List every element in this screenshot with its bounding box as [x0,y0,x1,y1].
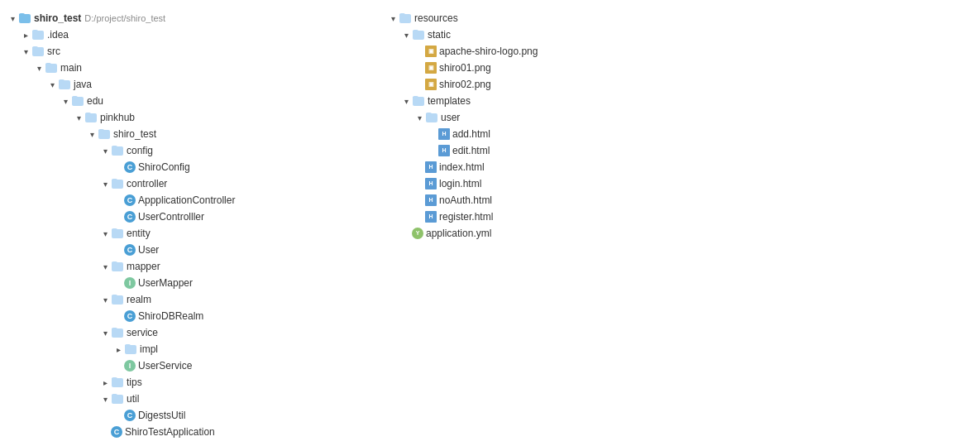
node-label: UserMapper [138,277,193,289]
file-tree-container: shiro_testD:/project/shiro_test.ideasrcm… [0,0,980,446]
html-file-icon: H [425,178,437,189]
expand-arrow[interactable] [60,97,71,106]
expand-arrow[interactable] [33,64,45,73]
class-icon: C [124,194,136,206]
tree-node-entity[interactable]: entity [7,225,374,242]
expand-arrow[interactable] [86,130,98,139]
tree-node-shiro_test_pkg[interactable]: shiro_test [7,126,374,142]
expand-arrow[interactable] [46,80,58,89]
node-label: AppplicationController [138,194,235,206]
node-label: controller [127,178,167,189]
folder-icon [111,394,124,404]
tree-node-add_html[interactable]: Hadd.html [387,126,705,142]
tree-node-index_html[interactable]: Hindex.html [387,159,705,175]
tree-node-ShiroConfig[interactable]: CShiroConfig [7,159,374,175]
node-label: resources [414,12,458,24]
expand-arrow[interactable] [73,113,84,122]
html-file-icon: H [438,128,450,140]
expand-arrow[interactable] [99,229,111,238]
tree-node-UserService[interactable]: IUserService [7,357,374,374]
class-icon: C [124,161,136,173]
tree-node-DigestsUtil[interactable]: CDigestsUtil [7,407,374,424]
tree-node-noAuth_html[interactable]: HnoAuth.html [387,192,705,209]
tree-node-static[interactable]: static [387,26,705,43]
tree-node-service[interactable]: service [7,324,374,341]
tree-node-edit_html[interactable]: Hedit.html [387,142,705,159]
tree-node-mapper[interactable]: mapper [7,258,374,275]
tree-node-templates[interactable]: templates [387,93,705,109]
tree-node-idea[interactable]: .idea [7,26,374,43]
folder-icon [31,46,45,56]
tree-node-register_html[interactable]: Hregister.html [387,209,705,225]
expand-arrow[interactable] [7,14,18,23]
tree-node-AppplicationController[interactable]: CAppplicationController [7,192,374,209]
class-icon: C [124,310,136,322]
expand-arrow[interactable] [400,31,412,40]
folder-icon [111,146,124,156]
tree-node-resources[interactable]: resources [387,10,705,26]
tree-node-config[interactable]: config [7,142,374,159]
expand-arrow[interactable] [414,113,425,122]
folder-icon [71,96,84,106]
path-hint: D:/project/shiro_test [84,13,165,23]
tree-node-shiro01[interactable]: ▣shiro01.png [387,60,705,76]
node-label: register.html [439,211,493,223]
folder-icon [399,13,412,23]
node-label: realm [127,294,151,305]
tree-node-shiro_test_root[interactable]: shiro_testD:/project/shiro_test [7,10,374,26]
tree-node-application_yml[interactable]: Yapplication.yml [387,225,705,242]
expand-arrow[interactable] [112,345,124,354]
expand-arrow[interactable] [387,14,399,23]
expand-arrow[interactable] [20,31,31,40]
tree-node-src[interactable]: src [7,43,374,60]
tree-node-login_html[interactable]: Hlogin.html [387,175,705,192]
folder-icon [111,328,124,338]
expand-arrow[interactable] [20,47,31,56]
expand-arrow[interactable] [99,378,111,387]
interface-icon: I [124,277,136,289]
tree-node-user[interactable]: user [387,109,705,126]
tree-node-User[interactable]: CUser [7,242,374,258]
tree-node-java[interactable]: java [7,76,374,93]
expand-arrow[interactable] [99,180,111,189]
folder-icon [45,63,58,73]
html-file-icon: H [425,161,437,173]
tree-node-util[interactable]: util [7,391,374,407]
expand-arrow[interactable] [99,262,111,271]
node-label: mapper [127,261,160,272]
expand-arrow[interactable] [400,97,412,106]
tree-node-realm[interactable]: realm [7,291,374,308]
tree-node-controller[interactable]: controller [7,175,374,192]
node-label: pinkhub [100,112,135,123]
node-label: tips [127,376,142,388]
node-label: impl [140,343,158,355]
tree-node-main[interactable]: main [7,60,374,76]
folder-icon [412,30,425,40]
node-label: entity [127,228,151,239]
expand-arrow[interactable] [99,329,111,338]
node-label: service [127,327,158,338]
tree-node-UserControlller[interactable]: CUserControlller [7,209,374,225]
node-label: config [127,145,153,156]
tree-node-pinkhub[interactable]: pinkhub [7,109,374,126]
tree-node-ShiroTestApplication[interactable]: CShiroTestApplication [7,424,374,440]
node-label: DigestsUtil [138,410,185,421]
expand-arrow[interactable] [99,146,111,156]
tree-node-tips[interactable]: tips [7,374,374,391]
tree-node-ShiroDBRealm[interactable]: CShiroDBRealm [7,308,374,324]
expand-arrow[interactable] [99,295,111,305]
tree-node-edu[interactable]: edu [7,93,374,109]
node-label: user [441,112,460,123]
tree-node-UserMapper[interactable]: IUserMapper [7,275,374,291]
node-label: shiro01.png [439,62,491,74]
node-label: login.html [439,178,481,189]
tree-node-shiro02[interactable]: ▣shiro02.png [387,76,705,93]
tree-node-apache-shiro-logo[interactable]: ▣apache-shiro-logo.png [387,43,705,60]
node-label: UserService [138,360,192,372]
folder-icon [31,30,45,40]
tree-node-impl[interactable]: impl [7,341,374,357]
node-label: add.html [452,128,490,140]
folder-icon [111,179,124,189]
node-label: UserControlller [138,211,204,223]
expand-arrow[interactable] [99,395,111,404]
